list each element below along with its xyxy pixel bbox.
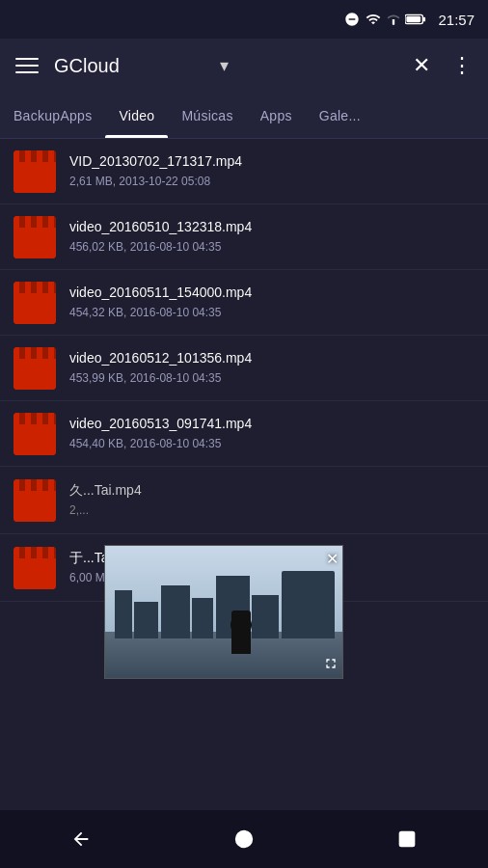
file-meta: 456,02 KB, 2016-08-10 04:35 [69,240,474,256]
file-name: video_20160511_154000.mp4 [69,284,474,303]
file-info: video_20160511_154000.mp4 454,32 KB, 201… [69,284,474,320]
file-icon [14,282,56,324]
file-meta: 2,... [69,503,474,519]
file-icon [14,347,56,390]
building-2 [134,602,158,638]
building-4 [192,598,213,638]
building-3 [161,585,190,638]
svg-rect-0 [393,19,394,25]
file-info: VID_20130702_171317.mp4 2,61 MB, 2013-10… [69,152,474,189]
file-icon [14,479,56,522]
recent-apps-icon [397,829,417,849]
app-title: GCloud [54,55,214,77]
list-item[interactable]: video_20160513_091741.mp4 454,40 KB, 201… [0,401,488,467]
tab-backup-apps[interactable]: BackupApps [0,93,105,138]
building-1 [115,590,132,638]
status-time: 21:57 [438,12,474,28]
file-name: 久...Tai.mp4 [69,481,474,501]
tabs-bar: BackupApps Video Músicas Apps Gale... [0,93,488,139]
svg-rect-2 [423,17,425,22]
list-item[interactable]: 久...Tai.mp4 2,... [0,467,488,534]
tab-galeria[interactable]: Gale... [306,93,374,138]
building-7 [282,571,335,638]
file-meta: 2,61 MB, 2013-10-22 05:08 [69,175,474,190]
file-icon [14,150,56,193]
list-item[interactable]: video_20160512_101356.mp4 453,99 KB, 201… [0,336,488,401]
file-name: VID_20130702_171317.mp4 [69,152,474,172]
file-meta: 453,99 KB, 2016-08-10 04:35 [69,371,474,387]
file-meta: 454,40 KB, 2016-08-10 04:35 [69,437,474,452]
file-info: video_20160513_091741.mp4 454,40 KB, 201… [69,415,474,451]
tab-musicas[interactable]: Músicas [168,93,246,138]
file-icon [14,413,56,455]
back-icon [70,828,92,850]
svg-rect-3 [407,16,421,22]
list-item[interactable]: VID_20130702_171317.mp4 2,61 MB, 2013-10… [0,139,488,204]
building-6 [252,595,279,638]
file-info: video_20160512_101356.mp4 453,99 KB, 201… [69,349,474,386]
video-preview: ✕ [104,545,343,679]
tab-video[interactable]: Video [105,93,168,138]
battery-icon [405,13,426,26]
list-item[interactable]: video_20160511_154000.mp4 454,32 KB, 201… [0,270,488,336]
file-name: video_20160512_101356.mp4 [69,349,474,368]
recent-apps-button[interactable] [378,810,436,868]
dnd-icon [344,12,360,27]
file-meta: 454,32 KB, 2016-08-10 04:35 [69,306,474,321]
ground-bg [105,632,342,678]
file-info: video_20160510_132318.mp4 456,02 KB, 201… [69,218,474,255]
tab-apps[interactable]: Apps [247,93,306,138]
back-button[interactable] [52,810,110,868]
svg-rect-5 [399,832,414,847]
signal-icon [387,12,400,27]
status-icons [344,12,426,27]
video-preview-close-button[interactable]: ✕ [326,550,339,568]
file-name: video_20160510_132318.mp4 [69,218,474,237]
svg-point-4 [236,831,253,848]
hamburger-menu-icon[interactable] [10,48,44,83]
top-bar: GCloud ▾ ✕ ⋮ [0,39,488,93]
list-item[interactable]: video_20160510_132318.mp4 456,02 KB, 201… [0,204,488,270]
status-bar: 21:57 [0,0,488,39]
file-list: VID_20130702_171317.mp4 2,61 MB, 2013-10… [0,139,488,810]
home-icon [233,828,255,850]
file-icon [14,547,56,589]
file-info: 久...Tai.mp4 2,... [69,481,474,518]
file-name: video_20160513_091741.mp4 [69,415,474,434]
close-button[interactable]: ✕ [407,47,436,84]
file-icon [14,216,56,258]
nav-bar [0,810,488,868]
video-preview-image [105,546,342,678]
more-options-button[interactable]: ⋮ [446,47,478,84]
video-preview-expand-button[interactable] [323,656,339,674]
dropdown-arrow-icon[interactable]: ▾ [220,55,229,76]
person-body [231,610,251,654]
home-button[interactable] [215,810,273,868]
wifi-icon [365,12,382,27]
